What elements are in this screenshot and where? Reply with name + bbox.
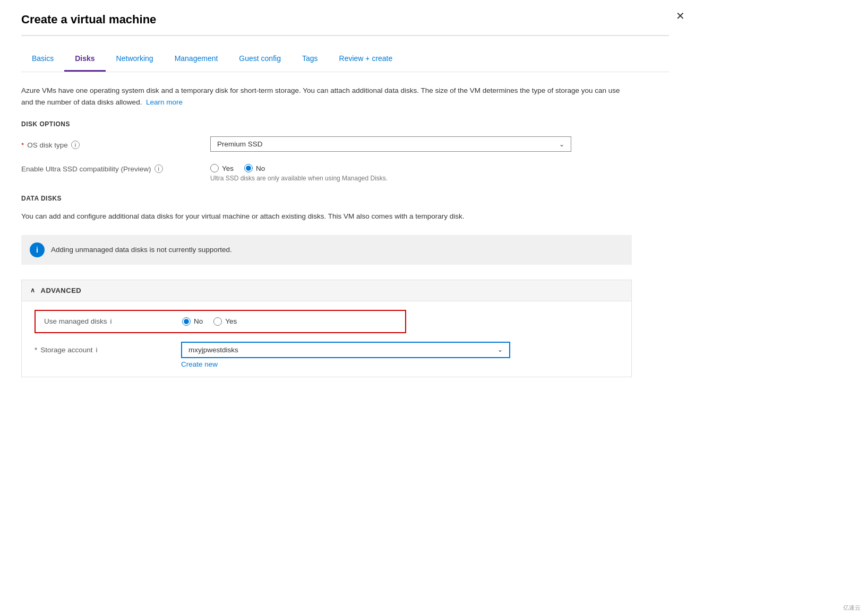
info-banner-text: Adding unmanaged data disks is not curre… [51,246,232,254]
tab-tags[interactable]: Tags [291,47,329,72]
tab-basics[interactable]: Basics [21,47,64,72]
dialog-title: Create a virtual machine [21,13,669,36]
os-disk-type-info-icon[interactable]: i [71,141,80,149]
managed-disks-no-radio[interactable] [182,317,191,326]
advanced-section-header[interactable]: ∧ ADVANCED [22,280,631,301]
managed-disks-row: Use managed disks i No Yes [35,310,406,333]
ultra-ssd-no-radio[interactable] [244,164,253,172]
ultra-ssd-radio-group: Yes No [210,160,388,172]
storage-account-label: * Storage account i [35,342,173,354]
tabs-nav: Basics Disks Networking Management Guest… [21,47,669,72]
tab-disks[interactable]: Disks [64,47,105,72]
tab-guest-config[interactable]: Guest config [228,47,291,72]
storage-dropdown-arrow: ⌄ [497,346,503,353]
advanced-chevron-icon: ∧ [30,287,36,294]
managed-disks-radio-group: No Yes [182,317,237,326]
os-disk-type-row: * OS disk type i Premium SSD ⌄ [21,136,669,152]
managed-disks-yes-radio[interactable] [213,317,222,326]
os-disk-type-dropdown-arrow: ⌄ [559,141,564,148]
storage-account-row: * Storage account i mxyjpwestdisks ⌄ Cre… [35,342,619,368]
info-banner: i Adding unmanaged data disks is not cur… [21,235,632,265]
watermark: 亿速云 [843,604,861,612]
managed-disks-no-option[interactable]: No [182,317,203,326]
page-description: Azure VMs have one operating system disk… [21,85,632,108]
advanced-body: Use managed disks i No Yes * [22,301,631,377]
tab-review-create[interactable]: Review + create [329,47,404,72]
advanced-section: ∧ ADVANCED Use managed disks i No Yes [21,280,632,377]
os-disk-type-dropdown[interactable]: Premium SSD ⌄ [210,136,571,152]
tab-networking[interactable]: Networking [106,47,164,72]
managed-disks-yes-option[interactable]: Yes [213,317,237,326]
info-banner-icon: i [30,242,45,257]
ultra-ssd-note: Ultra SSD disks are only available when … [210,175,388,182]
data-disks-description: You can add and configure additional dat… [21,211,632,222]
managed-disks-info-icon[interactable]: i [110,317,112,325]
managed-disks-label: Use managed disks i [44,317,182,325]
create-new-link[interactable]: Create new [181,360,510,368]
ultra-ssd-row: Enable Ultra SSD compatibility (Preview)… [21,160,669,182]
tab-management[interactable]: Management [164,47,229,72]
os-disk-type-label: * OS disk type i [21,136,202,149]
learn-more-link[interactable]: Learn more [146,98,183,106]
ultra-ssd-yes-radio[interactable] [210,164,219,172]
data-disks-header: DATA DISKS [21,195,669,202]
storage-account-dropdown[interactable]: mxyjpwestdisks ⌄ [181,342,510,358]
ultra-ssd-info-icon[interactable]: i [154,164,163,173]
ultra-ssd-no-option[interactable]: No [244,164,265,172]
storage-account-info-icon[interactable]: i [96,346,98,354]
close-button[interactable]: ✕ [676,11,685,21]
disk-options-header: DISK OPTIONS [21,120,669,128]
ultra-ssd-label: Enable Ultra SSD compatibility (Preview)… [21,160,202,173]
ultra-ssd-yes-option[interactable]: Yes [210,164,234,172]
